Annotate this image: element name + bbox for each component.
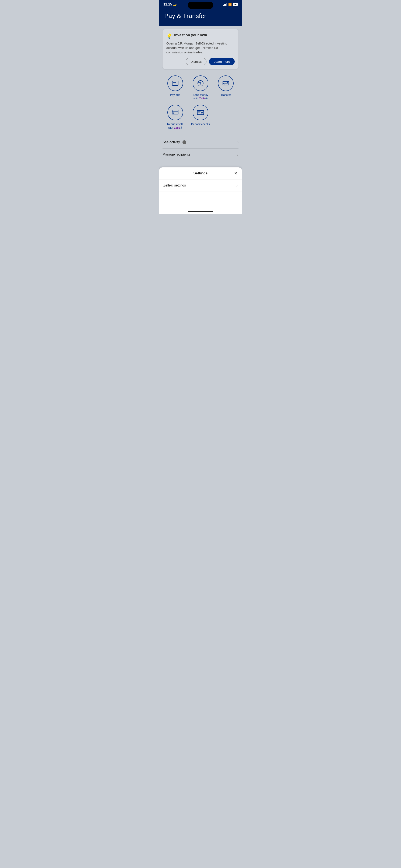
request-split-zelle-action[interactable]: Request/splitwith Zelle® bbox=[165, 105, 185, 130]
action-grid-row1: Pay bills $ Send moneywith Zelle® bbox=[163, 75, 238, 100]
deposit-checks-icon bbox=[197, 109, 204, 116]
moon-icon: 🌙 bbox=[173, 3, 176, 6]
pay-bills-icon bbox=[171, 80, 179, 87]
svg-text:$: $ bbox=[200, 82, 201, 85]
bottom-sheet-header: Settings ✕ bbox=[159, 167, 242, 180]
pay-bills-action[interactable]: Pay bills bbox=[165, 75, 185, 100]
deposit-checks-label: Deposit checks bbox=[191, 123, 210, 126]
action-grid-row2: Request/splitwith Zelle® Deposit checks bbox=[163, 105, 238, 130]
send-money-zelle-label: Send moneywith Zelle® bbox=[193, 93, 208, 100]
transfer-label: Transfer bbox=[221, 93, 231, 97]
learn-more-button[interactable]: Learn more bbox=[209, 58, 235, 65]
lightbulb-icon: 💡 bbox=[166, 33, 172, 39]
zelle-settings-item[interactable]: Zelle® settings › bbox=[159, 180, 242, 192]
status-bar: 11:25 🌙 📶 36 bbox=[159, 0, 242, 8]
empty-slot bbox=[216, 105, 236, 130]
dynamic-island bbox=[188, 2, 213, 9]
svg-rect-2 bbox=[173, 84, 175, 84]
manage-recipients-label: Manage recipients bbox=[163, 153, 190, 156]
main-content: 💡 Invest on your own Open a J.P. Morgan … bbox=[159, 26, 242, 164]
settings-content: Zelle® settings › bbox=[159, 180, 242, 209]
zelle-settings-label: Zelle® settings bbox=[163, 184, 186, 187]
close-settings-button[interactable]: ✕ bbox=[234, 171, 238, 176]
transfer-icon-circle bbox=[218, 75, 234, 91]
page-title: Pay & Transfer bbox=[164, 12, 237, 20]
promo-header: 💡 Invest on your own bbox=[166, 33, 235, 39]
see-activity-left: See activity bbox=[163, 140, 186, 144]
request-split-icon-circle bbox=[167, 105, 183, 120]
home-bar bbox=[188, 211, 213, 212]
send-money-icon: $ bbox=[197, 80, 204, 87]
manage-recipients-chevron: › bbox=[237, 152, 238, 157]
manage-recipients-item[interactable]: Manage recipients › bbox=[163, 148, 238, 161]
svg-rect-1 bbox=[173, 83, 176, 83]
page-header: Pay & Transfer bbox=[159, 8, 242, 26]
transfer-icon bbox=[222, 80, 230, 87]
wifi-icon: 📶 bbox=[228, 3, 232, 6]
list-items: See activity › Manage recipients › bbox=[163, 136, 238, 161]
see-activity-chevron: › bbox=[237, 140, 238, 145]
deposit-checks-icon-circle bbox=[193, 105, 208, 120]
signal-icon bbox=[223, 3, 227, 6]
dismiss-button[interactable]: Dismiss bbox=[185, 58, 207, 65]
promo-card: 💡 Invest on your own Open a J.P. Morgan … bbox=[163, 29, 238, 69]
settings-bottom-sheet: Settings ✕ Zelle® settings › bbox=[159, 167, 242, 209]
status-time: 11:25 🌙 bbox=[163, 3, 176, 6]
pay-bills-label: Pay bills bbox=[170, 93, 180, 97]
transfer-action[interactable]: Transfer bbox=[216, 75, 236, 100]
promo-title: Invest on your own bbox=[174, 33, 207, 37]
pay-bills-icon-circle bbox=[167, 75, 183, 91]
request-split-label: Request/splitwith Zelle® bbox=[167, 123, 183, 130]
send-money-zelle-action[interactable]: $ Send moneywith Zelle® bbox=[190, 75, 211, 100]
see-activity-item[interactable]: See activity › bbox=[163, 136, 238, 148]
zelle-settings-chevron: › bbox=[236, 183, 238, 188]
request-split-icon bbox=[171, 109, 179, 116]
activity-dot-indicator bbox=[182, 140, 186, 144]
see-activity-label: See activity bbox=[163, 140, 180, 144]
deposit-checks-action[interactable]: Deposit checks bbox=[190, 105, 211, 130]
battery-indicator: 36 bbox=[233, 3, 238, 6]
status-right: 📶 36 bbox=[223, 3, 238, 6]
settings-title: Settings bbox=[193, 171, 207, 176]
send-money-icon-circle: $ bbox=[193, 75, 208, 91]
promo-body: Open a J.P. Morgan Self-Directed Investi… bbox=[166, 41, 235, 55]
svg-rect-0 bbox=[172, 81, 178, 85]
promo-actions: Dismiss Learn more bbox=[166, 58, 235, 65]
home-indicator bbox=[159, 209, 242, 214]
